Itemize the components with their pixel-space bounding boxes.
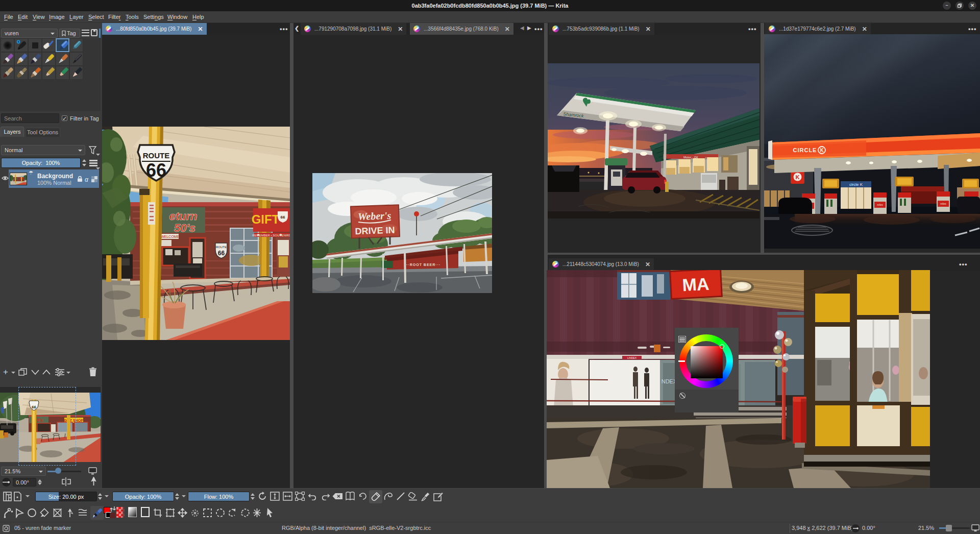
svg-text:ROUTE: ROUTE: [143, 151, 170, 160]
svg-text:miles: miles: [877, 203, 883, 206]
svg-text:GIFT: GIFT: [252, 212, 280, 226]
svg-text:66: 66: [281, 215, 285, 220]
svg-text:circle K: circle K: [849, 182, 863, 187]
svg-text:MA: MA: [682, 274, 710, 295]
svg-text:Weber's: Weber's: [358, 210, 391, 222]
svg-text:LINDEX: LINDEX: [627, 356, 637, 359]
svg-text:CIRCLE: CIRCLE: [793, 147, 817, 153]
svg-text:66: 66: [218, 250, 225, 257]
svg-text:DRIVE IN: DRIVE IN: [355, 225, 395, 237]
svg-text:66: 66: [146, 160, 166, 181]
svg-text:ROUTE: ROUTE: [216, 246, 227, 249]
svg-text:WELCOME: WELCOME: [161, 235, 180, 238]
svg-text:K: K: [820, 148, 824, 153]
svg-text:eturn: eturn: [169, 210, 198, 223]
svg-text:···ROOT BEER···: ···ROOT BEER···: [405, 263, 441, 266]
svg-text:REMEMBER • SOUVENIRS: REMEMBER • SOUVENIRS: [252, 234, 290, 237]
svg-text:K: K: [796, 174, 800, 180]
svg-text:miles: miles: [940, 202, 946, 205]
svg-text:50's: 50's: [174, 222, 195, 234]
